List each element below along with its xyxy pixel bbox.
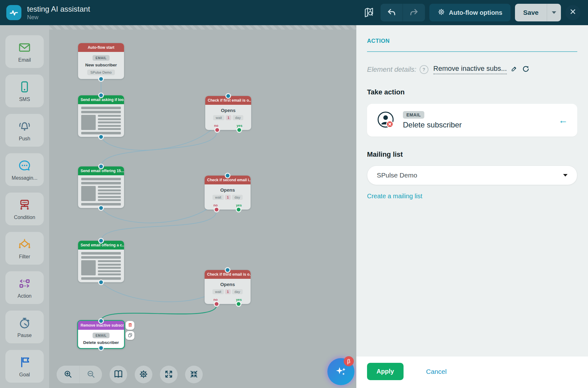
copy-node-button[interactable]	[126, 331, 134, 340]
flow-node-condition-3[interactable]: Check if third email is o... Opens wait …	[205, 270, 251, 304]
branch-no-dot[interactable]	[214, 301, 219, 307]
close-button[interactable]	[565, 5, 580, 20]
beta-badge: β	[344, 356, 354, 366]
condition-event: Opens	[205, 282, 251, 287]
redo-button[interactable]	[403, 4, 425, 21]
connector-dot[interactable]	[98, 164, 104, 169]
autoflow-editor: testing AI assistant New	[0, 0, 588, 388]
wait-value-chip: 1	[225, 195, 231, 200]
help-icon[interactable]: ?	[420, 65, 428, 74]
branch-yes-dot[interactable]	[236, 207, 241, 212]
sidebar-item-pause[interactable]: Pause	[5, 311, 44, 343]
panel-title: ACTION	[367, 38, 577, 44]
create-mailing-list-link[interactable]: Create a mailing list	[367, 193, 422, 200]
branch-no-dot[interactable]	[214, 127, 220, 133]
sidebar-item-label: Goal	[19, 372, 30, 378]
sidebar-item-condition[interactable]: Condition	[5, 193, 44, 225]
smartphone-icon	[18, 80, 31, 95]
wait-chip: wait	[212, 289, 224, 294]
sidebar-item-label: Pause	[17, 333, 31, 338]
apply-button[interactable]: Apply	[367, 363, 404, 380]
pulse-icon	[9, 8, 19, 17]
connector-dot[interactable]	[98, 134, 104, 140]
mailing-list-heading: Mailing list	[367, 150, 577, 159]
map-search-icon	[364, 7, 374, 19]
flow-node-email-3[interactable]: Send email offering a c...	[78, 241, 124, 282]
autoflow-options-button[interactable]: Auto-flow options	[429, 4, 511, 21]
flow-node-condition-2[interactable]: Check if second email i... Opens wait 1 …	[205, 176, 251, 210]
sidebar-item-label: Condition	[14, 215, 35, 220]
fit-view-button[interactable]	[185, 366, 203, 383]
map-search-button[interactable]	[362, 5, 376, 20]
node-quick-actions	[126, 321, 134, 340]
sidebar-item-filter[interactable]: Filter	[5, 232, 44, 265]
connector-dot[interactable]	[225, 173, 230, 178]
condition-event: Opens	[205, 187, 251, 193]
delete-node-button[interactable]	[126, 321, 134, 330]
canvas-settings-button[interactable]	[135, 366, 152, 383]
connector-dot[interactable]	[98, 205, 104, 211]
flow-node-condition-1[interactable]: Check if first email is o... Opens wait …	[205, 96, 251, 130]
trash-icon	[127, 322, 133, 329]
top-bar: testing AI assistant New	[0, 0, 588, 25]
connector-dot[interactable]	[98, 279, 104, 285]
mailing-list-select[interactable]: SPulse Demo	[367, 166, 577, 185]
top-bar-actions: Auto-flow options Save	[362, 4, 580, 21]
cancel-button[interactable]: Cancel	[426, 368, 447, 375]
selected-action-card[interactable]: EMAIL Delete subscriber ←	[367, 104, 577, 137]
change-action-button[interactable]: ←	[558, 115, 568, 126]
copy-icon	[127, 332, 133, 339]
flow-node-start[interactable]: Auto-flow start EMAIL New subscriber SPu…	[78, 43, 124, 79]
save-dropdown-toggle[interactable]	[547, 4, 561, 21]
branch-yes-dot[interactable]	[236, 127, 242, 133]
flow-node-email-1[interactable]: Send email asking if loo...	[78, 95, 124, 137]
flow-node-action-selected[interactable]: Remove inactive subscr... EMAIL Delete s…	[77, 320, 125, 349]
node-body: Opens wait 1 day no yes	[205, 282, 251, 304]
flow-node-email-2[interactable]: Send email offering 15...	[78, 166, 124, 208]
sidebar-item-goal[interactable]: Goal	[5, 350, 44, 383]
sidebar-item-messaging[interactable]: Messagin...	[5, 153, 44, 186]
zoom-out-button[interactable]	[79, 366, 102, 383]
action-name: Delete subscriber	[403, 121, 462, 129]
branch-yes-dot[interactable]	[236, 301, 241, 307]
minimap-button[interactable]	[110, 366, 127, 383]
flow-canvas[interactable]: Auto-flow start EMAIL New subscriber SPu…	[49, 25, 356, 388]
connector-dot[interactable]	[98, 238, 104, 244]
element-name-field[interactable]: Remove inactive subs...	[433, 65, 507, 74]
connector-dot[interactable]	[98, 345, 104, 351]
connector-dot[interactable]	[98, 93, 104, 98]
sidebar-item-sms[interactable]: SMS	[5, 75, 44, 107]
sidebar-item-action[interactable]: Action	[5, 271, 44, 304]
action-settings-panel: ACTION Element details: ? Remove inactiv…	[356, 25, 588, 388]
wait-unit-chip: day	[232, 289, 243, 294]
sidebar-item-label: Filter	[19, 254, 30, 260]
connector-dot[interactable]	[225, 267, 230, 273]
panel-footer: Apply Cancel	[356, 357, 588, 388]
expand-icon	[164, 369, 173, 380]
rename-button[interactable]	[510, 65, 518, 74]
save-button[interactable]: Save	[515, 4, 561, 21]
fullscreen-button[interactable]	[160, 366, 178, 383]
wait-unit-chip: day	[233, 115, 243, 120]
wait-chip: wait	[213, 115, 224, 120]
email-preview	[78, 175, 124, 208]
node-body: EMAIL New subscriber SPulse Demo	[78, 52, 124, 79]
zoom-in-icon	[63, 369, 73, 380]
sidebar-item-label: Messagin...	[12, 175, 37, 181]
stopwatch-icon	[18, 316, 31, 331]
reset-name-button[interactable]	[521, 65, 530, 74]
node-title: Auto-flow start	[78, 43, 124, 52]
sidebar-item-push[interactable]: Push	[5, 114, 44, 147]
branch-no-dot[interactable]	[214, 207, 219, 212]
sidebar-item-label: SMS	[19, 97, 30, 102]
connector-dot[interactable]	[98, 318, 104, 324]
undo-icon	[387, 7, 397, 18]
divider	[367, 51, 577, 52]
undo-button[interactable]	[381, 4, 403, 21]
zoom-in-button[interactable]	[57, 366, 79, 383]
pencil-icon	[511, 65, 517, 73]
connector-dot[interactable]	[225, 93, 231, 99]
flow-title-block: testing AI assistant New	[27, 5, 90, 21]
sidebar-item-email[interactable]: Email	[5, 35, 44, 68]
connector-dot[interactable]	[98, 76, 104, 82]
